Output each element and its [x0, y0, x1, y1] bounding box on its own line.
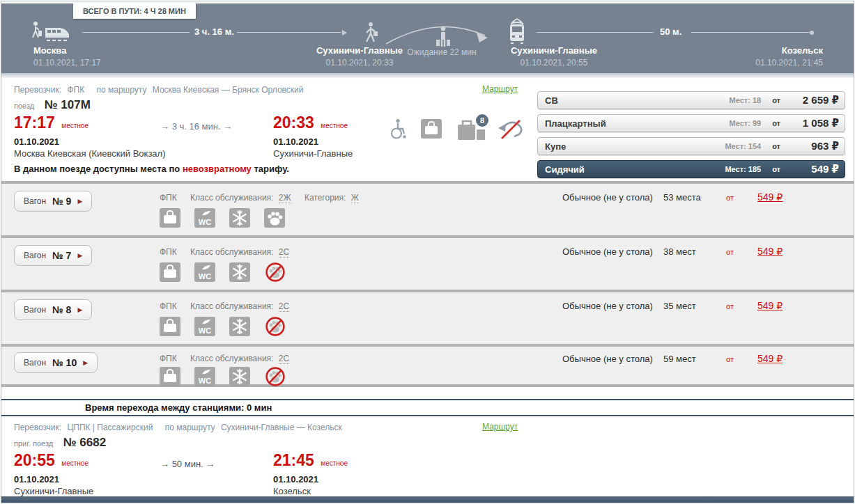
carrier-line: Перевозчик: ЦППК | Пассажирский по маршр… [14, 423, 342, 432]
service-class-link[interactable]: 2С [279, 301, 289, 312]
class-button-sv[interactable]: СВ Мест: 18 от 2 659 ₽ [537, 91, 845, 109]
wait-duration-label: Ожидание 22 мин [396, 47, 487, 57]
depart-date: 01.10.2021 [14, 136, 59, 147]
duration: → 3 ч. 16 мин. → [160, 121, 232, 132]
eco-toilet-icon: WC [194, 317, 215, 336]
wagon-meta: ФПК Класс обслуживания: 2С [160, 354, 289, 363]
service-class-link[interactable]: 2Ж [279, 193, 291, 203]
depart-date: 01.10.2021 [14, 474, 59, 485]
seat-type: Обычное (не у стола) [562, 246, 653, 257]
transfer-time-row: Время перехода между станциями: 0 мин [1, 399, 854, 416]
route-summary-header: ВСЕГО В ПУТИ: 4 Ч 28 МИН 3 ч. 16 м. [1, 3, 854, 73]
luggage-icon [160, 317, 180, 336]
leg2-duration-label: 50 м. [660, 26, 681, 37]
arrow-right-icon: → [160, 459, 169, 469]
luggage-icon [160, 262, 180, 282]
from-label: от [726, 248, 734, 256]
route-prefix: по маршруту [165, 423, 215, 432]
timeline-arrowhead [342, 30, 347, 36]
price-link[interactable]: 549 ₽ [757, 246, 783, 257]
route-link[interactable]: Маршрут [482, 422, 518, 432]
expand-arrow-icon: ▶ [77, 306, 82, 313]
wagon-button-10[interactable]: Вагон № 10 ▶ [14, 352, 98, 373]
carrier-name: ЦППК | Пассажирский [67, 423, 153, 432]
wagon-service-icons: WC [160, 367, 286, 387]
carrier-label: Перевозчик: [14, 85, 61, 95]
stop-transfer-departure: Сухиничи-Главные 01.10.2021, 20:55 [488, 45, 620, 68]
service-class-link[interactable]: 2С [279, 247, 289, 258]
air-conditioning-icon [229, 367, 250, 386]
segment-1: Перевозчик: ФПК по маршруту Москва Киевс… [1, 79, 854, 181]
wagon-row-10: Вагон № 10 ▶ ФПК Класс обслуживания: 2С … [1, 347, 854, 387]
waiting-person-icon [435, 26, 452, 48]
service-class-link[interactable]: 2С [279, 354, 289, 364]
pets-allowed-icon [264, 208, 285, 228]
wagon-list: Вагон № 9 ▶ ФПК Класс обслуживания: 2Ж К… [1, 181, 854, 387]
seat-type: Обычное (не у стола) [562, 301, 653, 311]
class-button-kupe[interactable]: Купе Мест: 154 от 963 ₽ [537, 137, 845, 155]
no-pets-icon [264, 316, 286, 337]
wheelchair-icon [389, 118, 407, 140]
price-link[interactable]: 549 ₽ [757, 191, 783, 203]
arrow-right-icon: → [160, 121, 169, 132]
header-shadow [1, 73, 854, 79]
carrier-label: Перевозчик: [14, 423, 61, 432]
seat-type: Обычное (не у стола) [562, 192, 653, 203]
class-button-seated-selected[interactable]: Сидячий Мест: 185 от 549 ₽ [537, 160, 845, 178]
arrive-station: Козельск [273, 486, 311, 496]
depart-station: Москва Киевская (Киевский Вокзал) [14, 148, 166, 159]
timeline-line [237, 32, 341, 33]
route-link[interactable]: Маршрут [482, 84, 518, 94]
expand-arrow-icon: ▶ [77, 198, 82, 205]
category-link[interactable]: Ж [351, 193, 359, 203]
wagon-button-8[interactable]: Вагон № 8 ▶ [14, 299, 92, 320]
air-conditioning-icon [229, 262, 250, 282]
from-label: от [726, 355, 734, 363]
wagon-service-icons: WC [160, 208, 299, 228]
price-link[interactable]: 549 ₽ [757, 300, 783, 311]
duration: → 50 мин. → [160, 459, 215, 469]
eco-toilet-icon: WC [194, 367, 215, 386]
wagon-service-icons: WC [160, 262, 286, 283]
price-link[interactable]: 549 ₽ [757, 353, 783, 364]
wagon-button-7[interactable]: Вагон № 7 ▶ [14, 245, 92, 266]
route-prefix: по маршруту [97, 85, 147, 95]
from-label: от [726, 194, 734, 202]
eco-toilet-icon: WC [194, 208, 215, 228]
wagon-meta: ФПК Класс обслуживания: 2Ж Категория: Ж [160, 193, 359, 203]
train-number: № 107М [45, 98, 91, 111]
trip-card: ВСЕГО В ПУТИ: 4 Ч 28 МИН 3 ч. 16 м. [1, 1, 854, 503]
timeline-line [537, 32, 654, 33]
train-label: поезд [14, 102, 34, 110]
stop-destination: Козельск 01.10.2021, 21:45 [755, 45, 823, 68]
train-service-icons: 8 [383, 112, 530, 145]
seat-count: 53 места [663, 192, 701, 203]
air-conditioning-icon [229, 317, 250, 336]
segment-2: Перевозчик: ЦППК | Пассажирский по маршр… [1, 416, 854, 498]
eco-toilet-icon: WC [194, 262, 215, 282]
carrier-name: ФПК [67, 85, 84, 95]
depart-time: 20:55 местное [14, 451, 88, 470]
class-button-platzkart[interactable]: Плацкартный Мест: 99 от 1 058 ₽ [537, 114, 845, 132]
expand-arrow-icon: ▶ [83, 359, 88, 366]
wagon-button-9[interactable]: Вагон № 9 ▶ [14, 191, 92, 212]
route-name: Сухиничи-Главные — Козельск [221, 423, 342, 432]
non-refundable-icon [496, 117, 524, 142]
luggage-icon [421, 119, 442, 139]
no-pets-icon [264, 366, 286, 387]
luggage-icon [160, 208, 180, 228]
no-pets-icon [264, 262, 286, 283]
arrow-right-icon: → [223, 121, 232, 132]
class-selector: СВ Мест: 18 от 2 659 ₽ Плацкартный Мест:… [537, 91, 845, 183]
depart-station: Сухиничи-Главные [14, 486, 93, 496]
train-number: № 6682 [63, 436, 107, 449]
seat-count: 35 мест [663, 301, 696, 311]
timeline-end-dot [810, 31, 814, 35]
carrier-line: Перевозчик: ФПК по маршруту Москва Киевс… [14, 85, 303, 95]
wagon-row-8: Вагон № 8 ▶ ФПК Класс обслуживания: 2С W… [1, 292, 854, 347]
train-line: поезд № 107М [14, 98, 91, 112]
arrive-time: 21:45 местное [273, 451, 348, 470]
arrow-right-icon: → [206, 459, 215, 469]
timeline-line [691, 32, 810, 33]
arrive-station: Сухиничи-Главные [273, 148, 353, 159]
